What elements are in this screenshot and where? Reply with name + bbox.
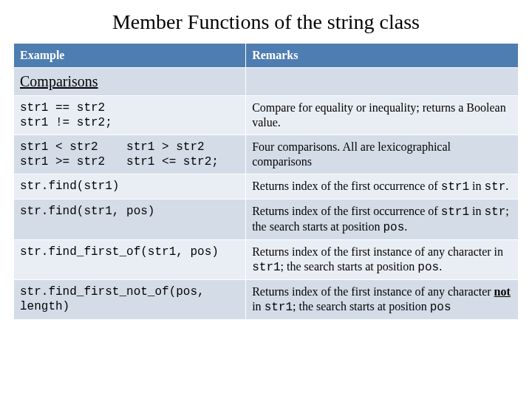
remark-cell: Returns index of the first occurrence of…	[246, 200, 519, 240]
t: Returns index of the first instance of a…	[252, 245, 503, 258]
example-cell: str.find(str1, pos)	[14, 200, 246, 240]
slide: Member Functions of the string class Exa…	[0, 0, 532, 399]
code-inline: str1	[265, 301, 293, 314]
t: in	[469, 180, 484, 192]
table-row: str1 < str2 str1 > str2 str1 >= str2 str…	[14, 135, 519, 174]
section-label-text: Comparisons	[20, 73, 98, 89]
remark-cell: Returns index of the first occurrence of…	[246, 174, 519, 200]
t: Returns index of the first instance of a…	[252, 285, 494, 298]
table-row: str1 == str2 str1 != str2; Compare for e…	[14, 96, 519, 135]
example-cell: str.find_first_not_of(pos, length)	[14, 280, 246, 320]
example-cell: str1 == str2 str1 != str2;	[14, 96, 246, 135]
t: .	[439, 260, 442, 273]
example-cell: str1 < str2 str1 > str2 str1 >= str2 str…	[14, 135, 246, 174]
code-inline: str1	[441, 180, 469, 194]
t: in	[252, 300, 264, 313]
code-inline: str	[485, 180, 506, 194]
t: in	[469, 205, 484, 217]
code-inline: pos	[430, 301, 451, 314]
code-inline: str	[485, 205, 506, 219]
header-example: Example	[14, 44, 246, 68]
section-blank	[246, 68, 519, 96]
example-cell: str.find_first_of(str1, pos)	[14, 240, 246, 280]
example-cell: str.find(str1)	[14, 174, 246, 200]
code-inline: pos	[383, 221, 404, 234]
emphasis-not: not	[494, 285, 511, 298]
code-inline: str1	[252, 261, 280, 274]
remark-cell: Four comparisons. All are lexicographica…	[246, 135, 519, 174]
section-row: Comparisons	[14, 68, 519, 96]
t: ; the search starts at position	[293, 300, 430, 313]
remark-cell: Returns index of the first instance of a…	[246, 280, 519, 320]
remark-cell: Compare for equality or inequality; retu…	[246, 96, 519, 135]
table-row: str.find_first_not_of(pos, length) Retur…	[14, 280, 519, 320]
t: .	[404, 220, 407, 233]
header-remarks: Remarks	[246, 44, 519, 68]
functions-table: Example Remarks Comparisons str1 == str2…	[13, 43, 519, 320]
page-title: Member Functions of the string class	[13, 10, 519, 34]
t: Returns index of the first occurrence of	[252, 205, 440, 217]
remark-cell: Returns index of the first instance of a…	[246, 240, 519, 280]
code-inline: pos	[417, 261, 439, 274]
table-row: str.find(str1) Returns index of the firs…	[14, 174, 519, 200]
t: .	[505, 180, 508, 192]
t: Returns index of the first occurrence of	[252, 180, 440, 192]
table-row: str.find(str1, pos) Returns index of the…	[14, 200, 519, 240]
code-inline: str1	[441, 205, 469, 219]
table-row: str.find_first_of(str1, pos) Returns ind…	[14, 240, 519, 280]
t: ; the search starts at position	[281, 260, 418, 273]
section-label: Comparisons	[14, 68, 246, 96]
table-header-row: Example Remarks	[14, 44, 519, 68]
